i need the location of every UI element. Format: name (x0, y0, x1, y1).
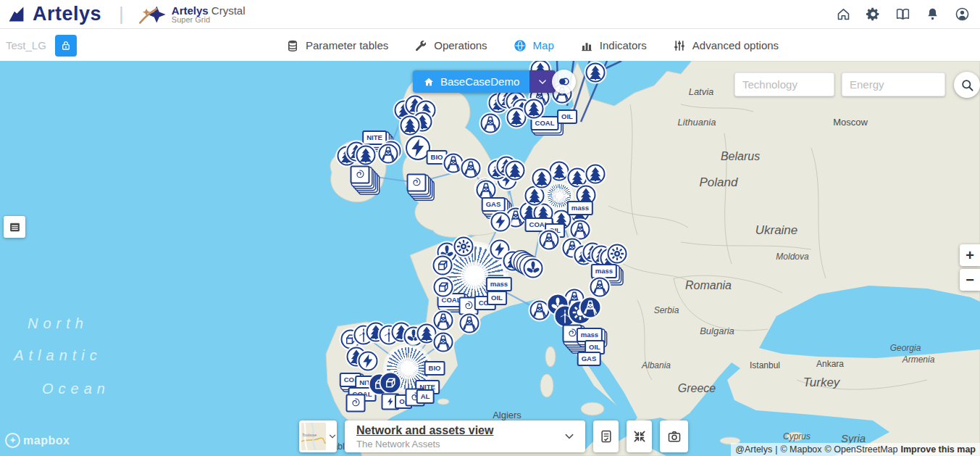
artelys-logo: Artelys | Artelys Crystal Super Grid (0, 3, 246, 25)
storage-card-marker[interactable] (351, 166, 370, 184)
search-button[interactable] (954, 72, 980, 98)
mapbox-logo: ✦ mapbox (5, 433, 70, 448)
biomass-marker[interactable] (525, 186, 545, 206)
improve-map-link[interactable]: Improve this map (901, 444, 976, 455)
storage-marker[interactable] (434, 278, 453, 297)
biomass-marker[interactable] (401, 116, 420, 136)
turbine-marker[interactable] (524, 259, 543, 278)
asset-card-marker[interactable]: OIL (557, 109, 577, 124)
biomass-marker[interactable] (532, 169, 552, 188)
scenario-selector[interactable]: BaseCaseDemo (413, 70, 556, 93)
basemap-thumbnail: Toulouse (301, 423, 326, 450)
book-icon[interactable] (895, 7, 910, 22)
view-title: Network and assets view (356, 424, 493, 437)
crystal-logo: Artelys Crystal Super Grid (137, 4, 246, 25)
attribution-text[interactable]: @Artelys (735, 444, 772, 455)
grid-node-marker[interactable] (581, 298, 600, 318)
map-attribution: @Artelys|© Mapbox© OpenStreetMapImprove … (731, 443, 980, 456)
grid-node-marker[interactable] (444, 154, 464, 173)
scenario-name: Test_LG (6, 39, 46, 51)
storage-card-marker[interactable] (407, 174, 427, 192)
globe-icon (514, 39, 527, 52)
biomass-marker[interactable] (568, 168, 587, 188)
attribution-text[interactable]: © OpenStreetMap (825, 444, 898, 455)
logo-separator: | (119, 3, 124, 25)
basemap-thumbnail-label: Toulouse (302, 433, 317, 437)
tab-operations[interactable]: Operations (414, 39, 487, 52)
zoom-out-button[interactable]: − (960, 269, 980, 291)
biomass-marker[interactable] (586, 63, 606, 83)
biomass-marker[interactable] (503, 252, 523, 271)
chevron-down-icon (564, 431, 575, 442)
lock-icon (60, 40, 72, 51)
storage-card-marker[interactable] (346, 394, 366, 413)
secondary-navbar: Test_LG Parameter tablesOperationsMapInd… (0, 30, 980, 61)
compare-toggle-button[interactable] (552, 70, 576, 94)
view-selector[interactable]: Network and assets view The Network Asse… (345, 420, 585, 452)
biomass-marker[interactable] (506, 161, 525, 181)
db-icon (286, 39, 299, 52)
lock-button[interactable] (55, 35, 77, 57)
sliders-icon (673, 39, 686, 52)
bell-icon[interactable] (925, 7, 940, 22)
asset-card-marker[interactable]: mass (591, 264, 617, 278)
grid-node-marker[interactable] (460, 314, 479, 333)
biomass-marker[interactable] (550, 162, 569, 181)
search-icon (960, 78, 974, 92)
scenario-selector-main[interactable]: BaseCaseDemo (413, 70, 529, 93)
grid-node-marker[interactable] (540, 231, 559, 250)
storage-marker[interactable] (381, 373, 401, 393)
technology-filter-input[interactable] (734, 72, 834, 96)
chevron-down-icon (328, 432, 337, 441)
biomass-marker[interactable] (586, 165, 606, 184)
mapbox-wordmark: mapbox (23, 434, 70, 447)
biomass-marker[interactable] (507, 108, 527, 128)
grid-node-marker[interactable] (434, 333, 453, 352)
artelys-triangle-icon (7, 5, 25, 23)
attribution-text[interactable]: | (775, 444, 777, 455)
biomass-marker[interactable] (356, 146, 376, 165)
chart-icon (580, 39, 593, 52)
legend-toggle-button[interactable] (4, 216, 25, 238)
asset-card-marker[interactable]: GAS (577, 352, 601, 366)
asset-card-marker[interactable]: BIO (424, 361, 445, 376)
biomass-marker[interactable] (524, 99, 544, 119)
gear-icon[interactable] (866, 7, 881, 22)
camera-button[interactable] (660, 420, 688, 452)
grid-node-marker[interactable] (379, 144, 398, 164)
compress-button[interactable] (627, 420, 652, 452)
grid-node-marker[interactable] (530, 301, 550, 320)
attribution-text[interactable]: © Mapbox (780, 444, 821, 455)
asset-card-marker[interactable]: OIL (487, 291, 507, 305)
grid-node-marker[interactable] (461, 159, 481, 178)
header-actions (836, 7, 980, 22)
asset-card-marker[interactable]: mass (486, 277, 512, 291)
asset-card-marker[interactable]: GAS (482, 197, 506, 212)
scenario-selector-label: BaseCaseDemo (440, 75, 519, 88)
grid-node-marker[interactable] (590, 278, 610, 297)
power-plant-marker[interactable] (359, 352, 378, 371)
grid-node-marker[interactable] (571, 220, 590, 240)
tab-advanced-options[interactable]: Advanced options (673, 39, 779, 52)
mapbox-icon: ✦ (5, 433, 20, 448)
storage-marker[interactable] (433, 256, 453, 275)
zoom-in-button[interactable]: + (960, 244, 980, 266)
asset-card-marker[interactable]: AL (416, 389, 435, 404)
doc-button[interactable] (593, 420, 619, 452)
view-subtitle: The Network Assets (356, 439, 493, 449)
toggle-icon (557, 75, 571, 88)
solar-marker[interactable] (454, 237, 474, 257)
tab-parameter-tables[interactable]: Parameter tables (286, 39, 388, 52)
solar-marker[interactable] (608, 244, 627, 264)
basemap-style-switcher[interactable]: Toulouse (299, 420, 337, 452)
user-icon[interactable] (955, 7, 970, 22)
home-icon[interactable] (836, 7, 851, 22)
tab-indicators[interactable]: Indicators (580, 39, 647, 52)
power-plant-marker[interactable] (491, 212, 511, 232)
map-canvas[interactable]: NorthAtlanticOceanLatviaLithuaniaMoscowB… (0, 61, 980, 456)
grid-node-marker[interactable] (434, 311, 453, 331)
tab-map[interactable]: Map (514, 39, 554, 52)
asset-card-marker[interactable]: mass (567, 201, 593, 215)
energy-filter-input[interactable] (842, 72, 945, 96)
grid-node-marker[interactable] (481, 114, 501, 133)
